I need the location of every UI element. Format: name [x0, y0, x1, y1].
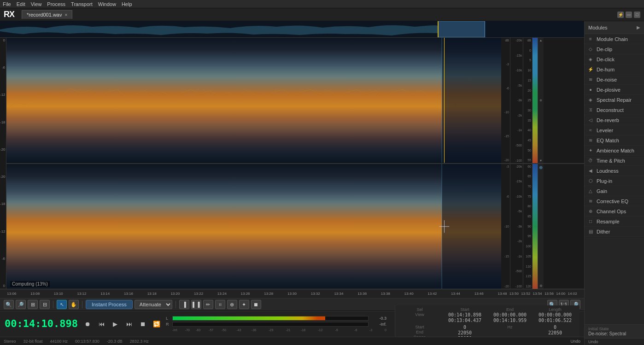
view-start: 00:13:04.437 — [444, 318, 486, 323]
time-mark: 13:28 — [264, 292, 273, 296]
undo-button-area[interactable]: Undo — [585, 338, 644, 345]
module-eq-match-item[interactable]: ≋ EQ Match — [585, 135, 644, 146]
time-mark: 13:46 — [474, 292, 484, 296]
overview-waveform[interactable] — [0, 21, 584, 37]
module-spectral-repair-label: Spectral Repair — [597, 97, 632, 103]
instant-process-button[interactable]: Instant Process — [86, 300, 133, 309]
meter-L-label: L — [166, 316, 170, 321]
module-de-reverb-label: De-reverb — [597, 117, 619, 123]
minimize-button[interactable]: — — [626, 12, 632, 18]
menu-transport[interactable]: Transport — [71, 1, 93, 7]
close-tab-button[interactable]: × — [64, 12, 67, 18]
module-spectral-repair-item[interactable]: ◈ Spectral Repair — [585, 95, 644, 105]
spectrogram-bottom-svg — [6, 164, 501, 289]
undo-label-right[interactable]: Undo — [588, 339, 598, 344]
maximize-button[interactable]: □ — [634, 12, 640, 18]
module-leveler-item[interactable]: ≈ Leveler — [585, 125, 644, 135]
module-deconstruct-item[interactable]: ⧖ Deconstruct — [585, 105, 644, 115]
module-ambience-match-item[interactable]: ✦ Ambience Match — [585, 146, 644, 156]
module-gain-item[interactable]: △ Gain — [585, 186, 644, 196]
toolbar-separator-1 — [53, 301, 53, 308]
zoom-in-button[interactable]: 🔍 — [4, 300, 14, 309]
hand-tool-button[interactable]: ✋ — [69, 300, 79, 309]
module-time-pitch-label: Time & Pitch — [597, 158, 625, 164]
module-resample-item[interactable]: □ Resample — [585, 216, 644, 227]
menu-edit[interactable]: Edit — [17, 1, 25, 7]
waveform-area[interactable]: 0 -6 -12 -18 -20 -20 -18 -12 -6 0 — [0, 38, 584, 289]
stereo-view-btn[interactable]: ▌▐ — [191, 300, 201, 309]
magic-tool-btn[interactable]: ✦ — [239, 300, 249, 309]
overview-bar[interactable] — [0, 21, 584, 38]
channel-view-btn[interactable]: ▐ — [179, 300, 189, 309]
menu-file[interactable]: File — [3, 1, 11, 7]
paint-tool-btn[interactable]: ✏ — [203, 300, 213, 309]
module-dither-label: Dither — [597, 229, 610, 234]
sel-start: 00:14:10.898 — [444, 312, 486, 317]
module-de-click-item[interactable]: ◈ De-click — [585, 54, 644, 64]
freq-tool-btn[interactable]: ⊕ — [227, 300, 237, 309]
db-mid7: -12 — [0, 230, 6, 234]
module-leveler-icon: ≈ — [587, 127, 594, 134]
sel-end: 00:00:00.000 — [489, 312, 531, 317]
module-spectral-repair-icon: ◈ — [587, 97, 594, 103]
record-button[interactable]: ⏺ — [83, 320, 92, 329]
channel-top[interactable] — [6, 38, 501, 164]
rewind-button[interactable]: ⏮ — [97, 320, 106, 329]
loop-button[interactable]: 🔁 — [152, 320, 161, 329]
play-button[interactable]: ▶ — [111, 320, 120, 329]
time-mark: 13:42 — [427, 292, 437, 296]
modules-arrow[interactable]: ▶ — [637, 25, 640, 30]
module-dither-item[interactable]: ▤ Dither — [585, 227, 644, 237]
zoom-out-button[interactable]: 🔎 — [16, 300, 26, 309]
module-loudness-item[interactable]: ◀ Loudness — [585, 166, 644, 176]
view-length: 00:01:06.522 — [534, 318, 576, 323]
file-tab[interactable]: *record001.wav × — [22, 10, 72, 19]
module-plug-in-icon: ⬡ — [587, 178, 594, 184]
process-select[interactable]: Attenuate — [135, 300, 172, 309]
module-channel-ops-item[interactable]: ⊕ Channel Ops — [585, 206, 644, 216]
svg-rect-4 — [6, 38, 501, 163]
undo-label[interactable]: Undo — [570, 339, 580, 344]
toolbar-separator-2 — [82, 301, 82, 308]
menu-help[interactable]: Help — [122, 1, 132, 7]
scale-db-header2: dB — [527, 39, 531, 42]
channel-bottom[interactable]: Computing (13%) — [6, 164, 501, 289]
status-freq-value: 2832.3 Hz — [130, 339, 149, 344]
level-meters: L -0.3 R -Inf. -Inf. -70 — [166, 314, 386, 334]
menu-process[interactable]: Process — [47, 1, 65, 7]
module-de-hum-label: De-hum — [597, 67, 615, 72]
time-mark: 13:08 — [30, 292, 40, 296]
status-bit-depth: 32-bit float — [23, 339, 43, 344]
module-plug-in-item[interactable]: ⬡ Plug-in — [585, 176, 644, 186]
module-de-clip-item[interactable]: ◇ De-clip — [585, 44, 644, 54]
forward-button[interactable]: ⏭ — [124, 320, 134, 329]
svg-rect-6 — [442, 38, 501, 163]
sample-rate-label: 44100 Hz — [50, 339, 68, 344]
module-time-pitch-item[interactable]: ⏱ Time & Pitch — [585, 156, 644, 166]
lasso-tool-btn[interactable]: ⌗ — [215, 300, 225, 309]
zoom-fit-button[interactable]: ⊞ — [28, 300, 38, 309]
sel-length: 00:00:00.000 — [534, 312, 576, 317]
stop-button[interactable]: ⏹ — [138, 320, 147, 329]
time-mark: 13:06 — [7, 292, 16, 296]
module-corrective-eq-item[interactable]: ≋ Corrective EQ — [585, 196, 644, 206]
module-de-hum-item[interactable]: ⚡ De-hum — [585, 64, 644, 75]
menu-window[interactable]: Window — [98, 1, 116, 7]
sel-header-row: Sel View Start 00:14:10.898 00:13:04.437… — [399, 307, 576, 323]
status-db-value: -20.3 dB — [107, 339, 123, 344]
zoom-select-button[interactable]: ⊟ — [40, 300, 50, 309]
spectrogram-container[interactable]: Computing (13%) — [6, 38, 501, 289]
module-channel-ops-label: Channel Ops — [597, 209, 626, 214]
module-de-plosive-item[interactable]: ● De-plosive — [585, 85, 644, 95]
time-ruler: 13:06 13:08 13:10 13:12 13:14 13:16 13:1… — [0, 289, 584, 298]
scrub-tool-btn[interactable]: ⏹ — [251, 300, 261, 309]
menu-view[interactable]: View — [31, 1, 42, 7]
module-de-reverb-item[interactable]: ◁ De-reverb — [585, 115, 644, 125]
status-timecode-value: 00:13:57.830 — [75, 339, 100, 344]
db-scale-bar: -Inf. -70 -63 -57 -50 -43 -36 -29 -21 -1… — [172, 328, 386, 333]
time-mark: 13:12 — [77, 292, 87, 296]
tab-area: *record001.wav × — [22, 8, 72, 21]
module-de-noise-item[interactable]: ≋ De-noise — [585, 75, 644, 85]
module-chain-item[interactable]: ≡ Module Chain — [585, 34, 644, 44]
select-tool-button[interactable]: ↖ — [57, 300, 67, 309]
